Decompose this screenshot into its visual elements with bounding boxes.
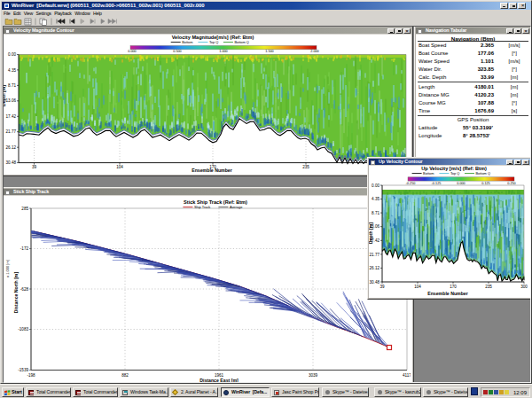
- svg-text:0.00: 0.00: [8, 52, 16, 57]
- svg-text:Top Q: Top Q: [209, 40, 218, 44]
- svg-text:0.125: 0.125: [481, 182, 490, 185]
- svg-text:-0.125: -0.125: [432, 182, 442, 185]
- svg-text:39: 39: [32, 165, 37, 169]
- svg-text:26.12: 26.12: [6, 145, 17, 150]
- svg-text:-198: -198: [27, 373, 35, 378]
- svg-text:30.48: 30.48: [6, 160, 17, 165]
- svg-text:Distance East [m]: Distance East [m]: [200, 378, 239, 382]
- svg-text:104: 104: [116, 165, 123, 169]
- svg-text:1.500: 1.500: [265, 50, 274, 53]
- svg-text:Up Velocity [m/s] (Ref: Btm): Up Velocity [m/s] (Ref: Btm): [421, 166, 487, 171]
- svg-text:-1083: -1083: [18, 327, 28, 332]
- svg-text:21.77: 21.77: [6, 129, 17, 134]
- svg-text:235: 235: [485, 285, 492, 289]
- svg-text:8.71: 8.71: [8, 83, 16, 88]
- svg-text:30.48: 30.48: [370, 280, 380, 285]
- svg-text:Depth [m]: Depth [m]: [4, 85, 6, 106]
- svg-text:Bottom Q: Bottom Q: [476, 171, 490, 176]
- svg-text:1961: 1961: [215, 373, 224, 378]
- svg-text:x 1.000 [m]: x 1.000 [m]: [5, 260, 10, 277]
- svg-text:104: 104: [414, 285, 421, 289]
- svg-text:Depth [m]: Depth [m]: [369, 222, 373, 244]
- svg-text:26.12: 26.12: [370, 266, 380, 270]
- svg-text:0.500: 0.500: [173, 50, 182, 53]
- svg-text:Ship Track: Ship Track: [194, 205, 210, 209]
- svg-text:17.42: 17.42: [6, 114, 17, 119]
- svg-text:-172: -172: [20, 246, 29, 251]
- svg-text:235: 235: [302, 165, 309, 169]
- svg-text:170: 170: [450, 285, 457, 289]
- svg-text:8.71: 8.71: [372, 211, 379, 215]
- svg-text:0.250: 0.250: [507, 182, 516, 185]
- svg-text:Stick Ship Track (Ref: Btm): Stick Ship Track (Ref: Btm): [184, 199, 247, 205]
- svg-text:0.000: 0.000: [128, 50, 137, 53]
- svg-text:Bottom: Bottom: [423, 171, 434, 176]
- svg-text:Ensemble Number: Ensemble Number: [427, 291, 468, 296]
- svg-text:-1539: -1539: [18, 368, 28, 372]
- svg-text:882: 882: [121, 373, 129, 378]
- svg-text:Average: Average: [230, 205, 242, 209]
- svg-text:3039: 3039: [309, 373, 318, 378]
- svg-text:Distance North [m]: Distance North [m]: [13, 272, 19, 314]
- svg-text:39: 39: [379, 285, 385, 289]
- svg-text:-0.250: -0.250: [406, 182, 416, 185]
- svg-text:0.000: 0.000: [457, 182, 466, 185]
- svg-text:21.77: 21.77: [370, 253, 380, 257]
- svg-text:300: 300: [520, 285, 528, 289]
- svg-text:2.000: 2.000: [310, 50, 319, 53]
- svg-text:Top Q: Top Q: [450, 171, 459, 176]
- svg-text:Bottom: Bottom: [182, 40, 192, 44]
- svg-text:4.35: 4.35: [372, 197, 379, 201]
- svg-text:4.35: 4.35: [8, 68, 16, 73]
- svg-text:0.00: 0.00: [372, 183, 379, 188]
- svg-text:285: 285: [21, 207, 28, 211]
- svg-text:-628: -628: [20, 287, 29, 292]
- svg-text:1.000: 1.000: [219, 50, 228, 53]
- svg-text:13.06: 13.06: [6, 98, 17, 103]
- svg-text:4117: 4117: [403, 373, 411, 378]
- svg-text:Ensemble Number: Ensemble Number: [192, 168, 232, 173]
- svg-text:Bottom Q: Bottom Q: [234, 40, 248, 44]
